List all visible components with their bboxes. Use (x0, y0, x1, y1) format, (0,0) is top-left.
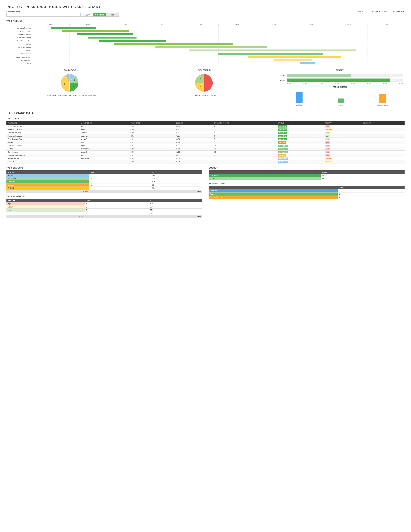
pending-y-label: 2 (277, 98, 277, 99)
task-priority-table: PRIORITYCOUNT%High650%Medium325%Low325%0… (6, 199, 202, 218)
list-item: On Hold18% (6, 187, 202, 190)
pie-segment (70, 83, 78, 92)
priority-cell: High (324, 144, 361, 147)
pending-y-label: 1 (277, 100, 277, 101)
pending-chart: 6543210 DecisionsActionsChange Requests (275, 89, 405, 107)
comment-cell (361, 151, 405, 154)
table-cell: Agree on Objectives (6, 128, 80, 131)
table-cell: Technical Requests (6, 144, 80, 147)
actual-track (287, 74, 403, 77)
pending-y-label: 6 (277, 90, 277, 92)
table-cell: 01/11 (174, 128, 213, 131)
table-row: Dev. CompleteJacob S.01/2502/0511In Prog… (6, 151, 405, 154)
gantt-row: Staffing (6, 43, 405, 46)
table-cell: 02/05 (174, 151, 213, 154)
table-cell: 01/20 (174, 138, 213, 141)
task-status-title: TASK STATUS % (6, 69, 136, 71)
gantt-bar-area (32, 52, 405, 55)
table-row: Detailed RequestsJacob S.01/0701/114Comp… (6, 131, 405, 134)
total-row: TOTAL12100% (6, 190, 202, 193)
gantt-bar (62, 30, 129, 32)
gantt-bar-area (32, 30, 405, 33)
complete-cell: 72% (106, 13, 119, 17)
total-cell: 12 (89, 190, 151, 193)
total-cell: 100% (151, 190, 202, 193)
pending-y-label: 0 (277, 102, 277, 103)
table-cell: Frank C. (80, 144, 129, 147)
gantt-bar (218, 53, 323, 55)
sub-table-header (209, 186, 338, 189)
pie-label: 5 (64, 83, 65, 85)
gantt-task-label: LAUNCH (6, 63, 32, 64)
priority-badge: High (325, 151, 330, 153)
pie-label: 2 (74, 79, 75, 81)
table-cell: 3 (213, 154, 277, 157)
sub-table-header (209, 171, 321, 174)
list-item: Medium325% (6, 205, 202, 209)
legend-label: Complete (71, 95, 77, 96)
status-cell: Complete (277, 134, 324, 138)
gantt-task-label: Staffing (6, 43, 32, 45)
gantt-bar-area (32, 33, 405, 36)
gantt-task-label: Set Kick-Off Meeting (6, 27, 32, 29)
table-cell: Set Kick-Off Meeting (6, 125, 80, 128)
gantt-bar-area (32, 43, 405, 46)
pending-table: COUNTDecisions5Actions2Change Requests4 (209, 186, 405, 199)
table-cell: 11 (213, 151, 277, 154)
legend-item: On Hold (88, 95, 96, 96)
pending-bar-label: Decisions (278, 104, 320, 106)
legend-item: Low (211, 95, 216, 96)
gantt-task-label: Technical Requests (6, 47, 32, 48)
table-cell: 1 (89, 183, 151, 187)
budget-table: VALUEPLANNED80,000ACTUAL50,000 (209, 171, 405, 180)
table-cell: 8% (151, 183, 202, 187)
gantt-col-header: 12/30 (32, 24, 69, 26)
gantt-bar-area (32, 46, 405, 49)
table-cell: 42% (151, 180, 202, 183)
pending-bar (379, 94, 386, 103)
complete-label: % COMPLETE (393, 11, 404, 12)
table-cell: Jacob S. (80, 138, 129, 141)
table-cell: Alex B. (80, 141, 129, 144)
gantt-row: Testing (6, 49, 405, 52)
table-cell: 01/31 (129, 157, 174, 160)
timeline-title: TASK TIMELINE (6, 20, 405, 22)
task-table-header: COMMENTS (361, 121, 405, 125)
pie-segment (195, 74, 204, 83)
comment-cell (361, 154, 405, 157)
gantt-bar (51, 27, 96, 29)
table-cell: 01/02 (129, 125, 174, 128)
gantt-row: Agree on Objectives (6, 30, 405, 33)
gantt-bar (155, 46, 267, 48)
task-table-header: END DATE (174, 121, 213, 125)
table-row: Agree on ObjectivesFrank C.01/0401/117Co… (6, 128, 405, 131)
status-priority-tables: TASK STATUS % STATUSCOUNT%Not Started217… (6, 167, 202, 218)
table-cell: 02/01 (174, 154, 213, 157)
sub-table-header: STATUS (6, 171, 89, 174)
priority-cell: High (324, 151, 361, 154)
comment-cell (361, 160, 405, 163)
gantt-bar-area (32, 56, 405, 58)
priority-cell: High (324, 125, 361, 128)
gantt-bar (99, 40, 166, 42)
gantt-col-header: 02/13 (367, 24, 405, 26)
priority-badge: High (325, 125, 330, 127)
pie-label: 3 (73, 86, 74, 87)
status-cell: On Hold (277, 154, 324, 157)
task-table-header: STATUS (277, 121, 324, 125)
campaign-input[interactable] (7, 13, 80, 17)
table-cell: 01/04 (129, 128, 174, 131)
priority-badge: Low (325, 135, 330, 137)
table-cell: High (6, 202, 85, 205)
table-cell: Alex B. (80, 125, 129, 128)
task-status-table-title: TASK STATUS % (6, 167, 202, 169)
comment-cell (361, 134, 405, 138)
table-cell: 1 (213, 160, 277, 163)
status-badge: Not Started (278, 158, 288, 160)
table-cell: 02/09 (174, 147, 213, 151)
pending-bar-group (280, 92, 319, 103)
gantt-bar-area (32, 49, 405, 52)
table-cell: PLANNED (209, 174, 321, 177)
gantt-bar-area (32, 62, 405, 65)
budget-axis-label: 20,000 (287, 83, 291, 85)
